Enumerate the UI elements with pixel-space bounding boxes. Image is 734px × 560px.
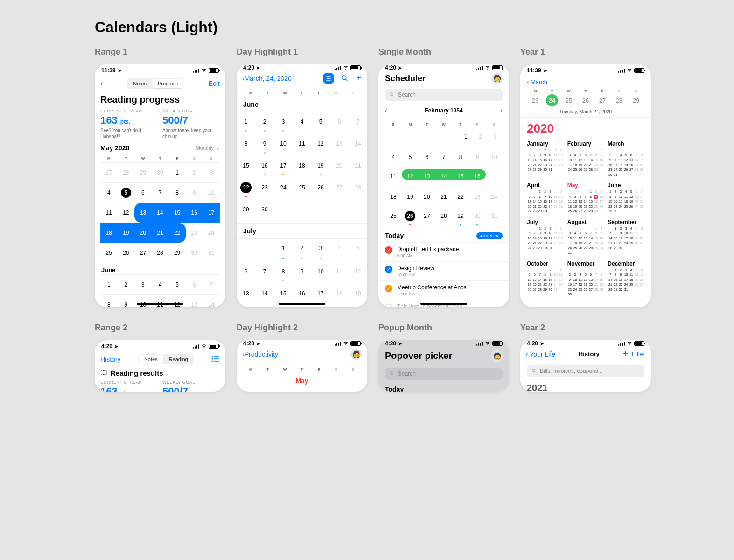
day-cell[interactable]: 9	[186, 183, 203, 203]
todo-checkbox[interactable]: ✓	[385, 266, 392, 273]
day-cell[interactable]: 14	[435, 168, 452, 189]
avatar[interactable]: 🧑	[491, 350, 503, 362]
add-new-button[interactable]: ADD NEW	[476, 232, 503, 239]
day-cell[interactable]: 29	[168, 243, 186, 263]
day-cell[interactable]: 31	[486, 208, 503, 227]
day-cell[interactable]: 19	[402, 189, 419, 208]
day-cell[interactable]: 11	[330, 262, 349, 284]
day-cell[interactable]: 9	[293, 262, 311, 284]
day-cell[interactable]: 3	[488, 128, 503, 149]
day-cell[interactable]: 28	[118, 163, 135, 182]
day-cell[interactable]: 2	[118, 275, 135, 294]
day-cell[interactable]: 6	[186, 275, 203, 294]
mini-month[interactable]: May1234567891011121314151617181920212223…	[566, 181, 606, 218]
day-cell[interactable]: 31	[203, 243, 220, 263]
day-cell[interactable]: 6	[134, 183, 152, 203]
day-cell[interactable]: 2	[255, 112, 274, 134]
day-cell[interactable]: 12	[118, 203, 135, 223]
day-cell[interactable]: 28	[349, 178, 367, 200]
mini-month[interactable]: July123456789101112131415161718192021222…	[525, 218, 566, 259]
seg-notes[interactable]: Notes	[127, 79, 152, 88]
day-cell[interactable]	[311, 200, 330, 223]
day-cell[interactable]: 11	[152, 295, 169, 307]
day-cell[interactable]: 25	[100, 243, 118, 263]
back-link[interactable]: ‹ March	[527, 78, 547, 85]
day-cell[interactable]: 29	[237, 200, 255, 223]
todo-item[interactable]: ✓Meetup Conference at Anos12:00 AM	[378, 280, 509, 300]
day-cell[interactable]: 3	[134, 275, 152, 294]
day-cell[interactable]: 25	[293, 178, 311, 200]
day-cell[interactable]: 23	[469, 189, 486, 208]
day-cell[interactable]: 11	[385, 168, 402, 189]
day-cell[interactable]: 5	[311, 112, 330, 134]
add-icon[interactable]: +	[356, 73, 362, 84]
mini-month[interactable]: April12345678910111213141516171819202122…	[525, 181, 566, 218]
day-cell[interactable]: 23	[186, 223, 203, 243]
day-cell[interactable]: 20	[134, 223, 152, 243]
day-cell[interactable]: 12	[349, 262, 367, 284]
day-cell[interactable]: 10	[203, 183, 220, 203]
day-cell[interactable]: 13	[237, 284, 255, 306]
day-cell[interactable]: 18	[100, 223, 118, 243]
todo-checkbox[interactable]: ✓	[385, 285, 392, 292]
segmented-control[interactable]: Notes Progress	[127, 78, 184, 89]
back-button[interactable]: ‹	[100, 79, 103, 88]
day-cell[interactable]: 15	[452, 168, 469, 189]
day-cell[interactable]: 16	[469, 168, 486, 189]
day-cell[interactable]: 27	[100, 163, 118, 182]
calendar-june[interactable]: 1234567891011121314151617181920212223242…	[237, 112, 367, 224]
day-cell[interactable]	[486, 168, 503, 189]
day-cell[interactable]: 10	[311, 262, 330, 284]
day-cell[interactable]: 3	[203, 163, 220, 182]
mini-month[interactable]: March12345678910111213141516171819202122…	[606, 140, 646, 181]
seg-notes[interactable]: Notes	[139, 355, 163, 364]
day-cell[interactable]: 12	[402, 168, 419, 189]
day-cell[interactable]	[274, 200, 293, 223]
day-cell[interactable]: 2	[293, 239, 311, 262]
weeknav-day[interactable]: T26	[577, 89, 594, 106]
day-cell[interactable]: 4	[330, 239, 349, 262]
day-cell[interactable]: 14	[349, 134, 367, 156]
day-cell[interactable]: 4	[152, 275, 169, 294]
day-cell[interactable]: 26	[311, 178, 330, 200]
weeknav-day[interactable]: T24	[544, 89, 560, 106]
day-cell[interactable]: 5	[118, 183, 135, 203]
day-cell[interactable]: 21	[255, 306, 274, 307]
calendar-june[interactable]: 1234567891011121314	[100, 274, 220, 307]
day-cell[interactable]: 4	[293, 112, 311, 134]
day-cell[interactable]: 7	[152, 183, 169, 203]
day-cell[interactable]: 24	[274, 178, 293, 200]
todo-item[interactable]: ✓Drop off Fed Ex package9:00 AM	[378, 242, 509, 261]
day-cell[interactable]: 4	[100, 183, 118, 203]
day-cell[interactable]	[293, 200, 311, 223]
day-cell[interactable]: 26	[402, 208, 419, 227]
day-cell[interactable]: 24	[203, 223, 220, 243]
weeknav-day[interactable]: S28	[611, 89, 628, 106]
day-cell[interactable]: 6	[330, 112, 349, 134]
day-cell[interactable]: 15	[237, 156, 255, 178]
day-cell[interactable]	[330, 200, 349, 223]
day-cell[interactable]: 10	[486, 149, 503, 168]
day-cell[interactable]: 5	[349, 239, 367, 262]
day-cell[interactable]: 14	[255, 284, 274, 306]
day-cell[interactable]: 30	[255, 200, 274, 223]
seg-progress[interactable]: Progress	[152, 79, 184, 88]
mini-month[interactable]: September1234567891011121314151617181920…	[606, 218, 646, 259]
day-cell[interactable]: 4	[385, 149, 402, 168]
day-cell[interactable]: 13	[186, 295, 203, 307]
day-cell[interactable]: 15	[168, 203, 186, 223]
day-cell[interactable]	[429, 128, 444, 149]
day-cell[interactable]: 3	[274, 112, 293, 134]
day-cell[interactable]: 7	[255, 262, 274, 284]
day-cell[interactable]: 17	[274, 156, 293, 178]
day-cell[interactable]	[385, 128, 400, 149]
day-cell[interactable]: 13	[330, 134, 349, 156]
day-cell[interactable]: 3	[311, 239, 330, 262]
day-cell[interactable]: 10	[274, 134, 293, 156]
day-cell[interactable]	[400, 128, 415, 149]
list-view-button[interactable]	[323, 73, 334, 84]
search-icon[interactable]	[340, 74, 350, 83]
todo-checkbox[interactable]: ✓	[385, 246, 392, 254]
day-cell[interactable]: 8	[168, 183, 186, 203]
day-cell[interactable]: 21	[435, 189, 452, 208]
